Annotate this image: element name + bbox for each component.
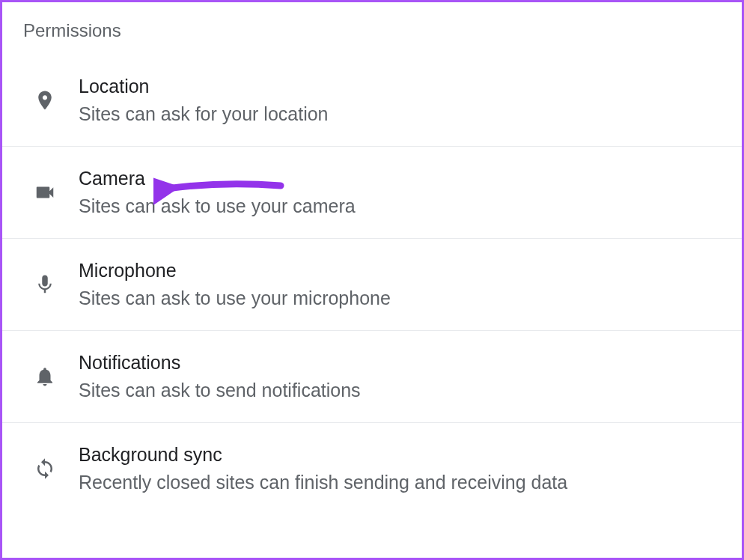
item-title: Notifications [79, 352, 361, 374]
icon-wrapper [23, 365, 79, 388]
text-wrapper: Background sync Recently closed sites ca… [79, 444, 567, 493]
bell-icon [34, 365, 56, 388]
permission-list: Location Sites can ask for your location… [2, 55, 742, 514]
text-wrapper: Notifications Sites can ask to send noti… [79, 352, 361, 401]
item-title: Camera [79, 168, 356, 189]
permission-item-camera[interactable]: Camera Sites can ask to use your camera [2, 147, 742, 239]
permission-item-background-sync[interactable]: Background sync Recently closed sites ca… [2, 423, 742, 514]
item-title: Background sync [79, 444, 567, 466]
icon-wrapper [23, 457, 79, 480]
icon-wrapper [23, 273, 79, 296]
icon-wrapper [23, 89, 79, 112]
text-wrapper: Location Sites can ask for your location [79, 76, 329, 125]
text-wrapper: Camera Sites can ask to use your camera [79, 168, 356, 217]
permission-item-location[interactable]: Location Sites can ask for your location [2, 55, 742, 147]
permissions-panel: Permissions Location Sites can ask for y… [0, 0, 744, 560]
item-desc: Recently closed sites can finish sending… [79, 472, 567, 493]
item-desc: Sites can ask for your location [79, 103, 329, 125]
permission-item-notifications[interactable]: Notifications Sites can ask to send noti… [2, 331, 742, 423]
icon-wrapper [23, 181, 79, 204]
permission-item-microphone[interactable]: Microphone Sites can ask to use your mic… [2, 239, 742, 331]
text-wrapper: Microphone Sites can ask to use your mic… [79, 260, 391, 309]
item-desc: Sites can ask to send notifications [79, 380, 361, 401]
location-icon [34, 89, 56, 112]
item-title: Location [79, 76, 329, 97]
item-desc: Sites can ask to use your camera [79, 195, 356, 217]
item-desc: Sites can ask to use your microphone [79, 287, 391, 309]
camera-icon [34, 181, 56, 204]
sync-icon [34, 457, 56, 480]
item-title: Microphone [79, 260, 391, 281]
section-header: Permissions [2, 2, 742, 55]
microphone-icon [34, 273, 56, 296]
